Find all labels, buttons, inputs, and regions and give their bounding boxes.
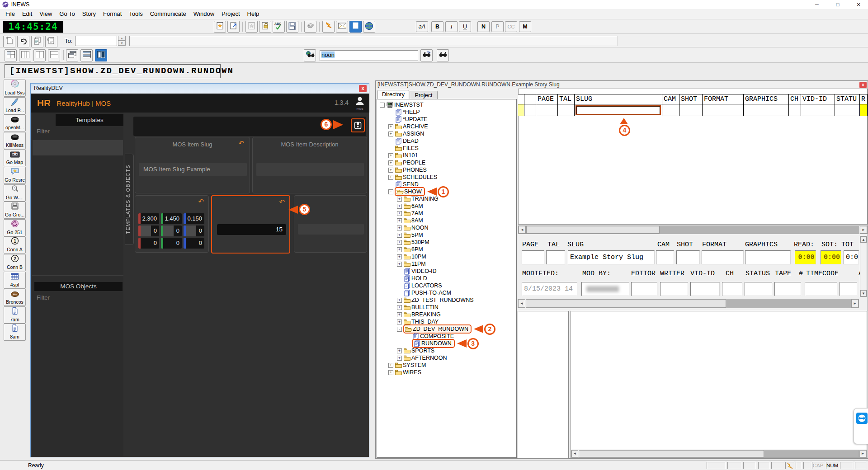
scroll-down-icon[interactable]: ▼ [860, 290, 867, 296]
tab-project[interactable]: Project [410, 91, 438, 99]
scroll-left-icon[interactable]: ◄ [519, 226, 526, 234]
form-field-modby[interactable] [581, 282, 629, 296]
turn-button[interactable] [17, 36, 29, 47]
form-field-tal[interactable] [546, 250, 565, 264]
layout-left-button[interactable] [33, 49, 46, 61]
expand-plus-icon[interactable]: + [397, 356, 402, 361]
format-u-button[interactable]: U [459, 21, 471, 32]
story-body-pane[interactable] [571, 311, 867, 458]
tree-item-locators[interactable]: LOCATORS [377, 282, 516, 289]
grid-cell-col0[interactable] [518, 104, 524, 116]
tree-item-in101[interactable]: +IN101 [377, 152, 516, 159]
undo-icon[interactable]: ↶ [198, 197, 204, 206]
save-button[interactable] [286, 21, 298, 33]
sidebar-button-broncos[interactable]: Broncos [4, 289, 26, 306]
expand-plus-icon[interactable]: + [388, 153, 393, 158]
menu-window[interactable]: Window [190, 9, 218, 19]
form-field-tot[interactable]: 0:0 [844, 250, 859, 264]
grid-cell-format[interactable] [703, 104, 744, 116]
flame-button[interactable] [322, 21, 335, 33]
form-field-shot[interactable] [676, 250, 700, 264]
grid-cell-col1[interactable] [524, 104, 536, 116]
print-button[interactable] [304, 21, 316, 33]
new-story-button[interactable] [3, 36, 15, 47]
message-button[interactable] [349, 21, 362, 33]
expand-plus-icon[interactable]: + [388, 168, 393, 173]
story-star-button[interactable] [214, 21, 226, 33]
grid-cell-shot[interactable] [679, 104, 703, 116]
layout-quad-button[interactable] [5, 49, 17, 61]
grid-h-scroll-thumb[interactable] [526, 226, 660, 234]
form-field-page[interactable] [522, 250, 544, 264]
grid-cell-statu[interactable] [835, 104, 860, 116]
expand-plus-icon[interactable]: + [397, 298, 402, 303]
scroll-right-icon[interactable]: ► [860, 226, 867, 234]
sidebar-button-4spl[interactable]: 4spl [4, 272, 26, 289]
menu-help[interactable]: Help [244, 9, 263, 19]
cascade-button[interactable] [66, 49, 78, 61]
tree-item-wires[interactable]: +WIRES [377, 369, 516, 376]
expand-plus-icon[interactable]: + [388, 132, 393, 136]
globe-button[interactable] [363, 21, 375, 33]
form-field-vidid[interactable] [690, 282, 720, 296]
matrix-cell-r3c3[interactable]: 0 [184, 238, 204, 249]
lock-doc-button[interactable] [259, 21, 271, 33]
form-field-writer[interactable] [660, 282, 688, 296]
form-field-status[interactable] [745, 282, 772, 296]
format-n-button[interactable]: N [477, 21, 490, 32]
tree-item-5pm[interactable]: +5PM [377, 231, 516, 239]
find-next-button[interactable] [420, 49, 433, 61]
matrix-cell-r1c1[interactable]: 2.300 [138, 213, 159, 224]
cols-blue-button[interactable] [95, 49, 107, 61]
tree-item-zd-test-rundowns[interactable]: +ZD_TEST_RUNDOWNS [377, 296, 516, 304]
sidebar-button-loadp[interactable]: Load P... [4, 97, 26, 114]
copy-story-button[interactable] [31, 36, 43, 47]
templates-objects-tab[interactable]: TEMPLATES & OBJECTS [125, 154, 134, 245]
tree-item-8am[interactable]: +8AM [377, 217, 516, 224]
templates-filter-input[interactable]: Filter [37, 128, 50, 135]
scroll-left-icon[interactable]: ◄ [571, 450, 578, 457]
tree-item-afternoon[interactable]: +AFTERNOON [377, 354, 516, 362]
matrix-cell-r2c2[interactable]: 0 [161, 226, 182, 236]
expand-plus-icon[interactable]: + [397, 348, 402, 353]
mos-objects-filter-input[interactable]: Filter [37, 294, 50, 301]
search-input[interactable]: noon [320, 50, 418, 61]
grid-cell-graphics[interactable] [744, 104, 789, 116]
tree-item-video-id[interactable]: VIDEO-ID [377, 268, 516, 275]
extra-field-input[interactable] [298, 224, 364, 235]
expand-plus-icon[interactable]: + [388, 370, 393, 375]
sidebar-button-openm[interactable]: openM... [4, 114, 26, 132]
to-input[interactable] [75, 36, 117, 46]
scroll-left-icon[interactable]: ◄ [518, 299, 525, 308]
expand-plus-icon[interactable]: + [388, 175, 393, 180]
tree-item-hold[interactable]: HOLD [377, 275, 516, 282]
expand-plus-icon[interactable]: + [397, 233, 402, 238]
matrix-cell-r1c2[interactable]: 1.450 [161, 213, 182, 224]
grid-cell-cam[interactable] [662, 104, 679, 116]
form-field-format[interactable] [702, 250, 744, 264]
realitydev-close-icon[interactable]: x [359, 85, 367, 92]
format-cc-button[interactable]: CC [505, 21, 517, 32]
tree-item-sports[interactable]: +SPORTS [377, 347, 516, 354]
expand-plus-icon[interactable]: + [388, 363, 393, 368]
expand-plus-icon[interactable]: + [397, 218, 402, 223]
tree-item-530pm[interactable]: +530PM [377, 239, 516, 246]
grid-cell-r[interactable] [860, 104, 868, 116]
format-b-button[interactable]: B [431, 21, 443, 32]
close-button[interactable]: ✕ [851, 0, 866, 9]
layout-cols-button[interactable] [19, 49, 31, 61]
tree-item-schedules[interactable]: +SCHEDULES [377, 174, 516, 181]
tree-item-7am[interactable]: +7AM [377, 210, 516, 217]
format-i-button[interactable]: I [445, 21, 458, 32]
tree-item-bulletin[interactable]: +BULLETIN [377, 304, 516, 311]
menu-format[interactable]: Format [99, 9, 125, 19]
sidebar-button-gogro[interactable]: Go Gro... [4, 202, 26, 219]
story-star-gray-button[interactable] [245, 21, 258, 33]
mail-button[interactable] [336, 21, 348, 33]
tree-item-show[interactable]: -SHOW1 [377, 188, 516, 195]
undo-icon[interactable]: ↶ [279, 198, 285, 206]
grid-cell-ch[interactable] [789, 104, 801, 116]
menu-file[interactable]: File [2, 9, 19, 19]
sidebar-button-loadsys[interactable]: Load Sys [4, 80, 26, 97]
tree-item-assign[interactable]: +ASSIGN [377, 130, 516, 137]
